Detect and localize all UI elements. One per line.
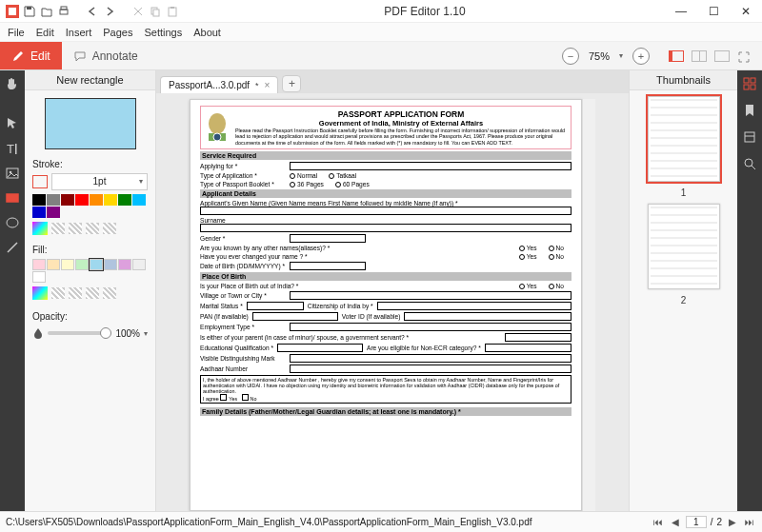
search-tab-icon[interactable] <box>742 156 757 171</box>
fill-color-swatch[interactable] <box>132 259 146 270</box>
page-prev-button[interactable]: ◀ <box>669 517 682 527</box>
fill-color-swatch[interactable] <box>118 259 131 270</box>
fill-none[interactable] <box>51 287 65 299</box>
pan-field[interactable] <box>252 312 338 321</box>
fill-color-swatch[interactable] <box>32 259 46 270</box>
fill-custom-color[interactable] <box>32 286 48 300</box>
menu-pages[interactable]: Pages <box>103 27 132 38</box>
agree-yes-checkbox[interactable] <box>220 394 227 401</box>
paste-icon[interactable] <box>166 5 179 18</box>
zoom-in-button[interactable]: + <box>632 48 650 65</box>
ellipse-tool-icon[interactable] <box>5 215 20 230</box>
view-two-page-button[interactable] <box>692 50 707 62</box>
citizenship-field[interactable] <box>377 302 572 310</box>
gender-field[interactable] <box>290 234 366 243</box>
stroke-color-swatch[interactable] <box>132 194 146 206</box>
radio-normal[interactable]: Normal <box>290 172 317 179</box>
dist-mark-field[interactable] <box>290 354 572 363</box>
zoom-dropdown-icon[interactable]: ▾ <box>619 51 623 60</box>
voter-field[interactable] <box>404 312 572 321</box>
copy-icon[interactable] <box>149 5 162 18</box>
view-continuous-button[interactable] <box>714 50 730 62</box>
new-tab-button[interactable]: + <box>282 75 301 92</box>
page-first-button[interactable]: ⏮ <box>652 517 665 527</box>
line-tool-icon[interactable] <box>5 240 20 255</box>
changed-name-yes[interactable]: Yes <box>519 253 537 260</box>
text-tool-icon[interactable]: T <box>5 141 20 156</box>
surname-field[interactable] <box>200 224 572 232</box>
tab-close-icon[interactable]: × <box>265 80 271 90</box>
aliases-no[interactable]: No <box>549 245 564 251</box>
menu-file[interactable]: File <box>8 27 25 38</box>
page-last-button[interactable]: ⏭ <box>743 517 756 527</box>
edu-field[interactable] <box>277 344 363 352</box>
thumbnail-page-2[interactable] <box>648 204 720 289</box>
bookmarks-tab-icon[interactable] <box>742 103 757 118</box>
attachments-tab-icon[interactable] <box>742 129 757 145</box>
zoom-out-button[interactable]: − <box>562 48 579 65</box>
radio-60pages[interactable]: 60 Pages <box>335 181 370 187</box>
vertical-scrollbar[interactable] <box>582 99 595 511</box>
close-button[interactable]: ✕ <box>730 0 762 23</box>
page-number-input[interactable]: 1 <box>686 516 707 528</box>
stroke-color-swatch[interactable] <box>32 207 46 218</box>
radio-36pages[interactable]: 36 Pages <box>290 181 324 187</box>
undo-icon[interactable] <box>86 5 99 18</box>
stroke-custom-color[interactable] <box>32 222 48 235</box>
fill-color-swatch[interactable] <box>90 259 103 270</box>
menu-settings[interactable]: Settings <box>144 27 182 38</box>
cut-icon[interactable] <box>131 5 145 18</box>
given-name-field[interactable] <box>200 207 572 215</box>
fill-color-swatch[interactable] <box>75 259 89 270</box>
non-ecr-field[interactable] <box>485 344 572 352</box>
parent-gov-field[interactable] <box>505 333 572 342</box>
stroke-width-select[interactable]: 1pt <box>51 173 148 190</box>
village-field[interactable] <box>290 291 572 300</box>
page-next-button[interactable]: ▶ <box>726 517 739 527</box>
open-icon[interactable] <box>40 5 53 18</box>
menu-about[interactable]: About <box>193 27 221 38</box>
mode-annotate[interactable]: Annotate <box>62 42 150 69</box>
fill-color-swatch[interactable] <box>47 259 60 270</box>
redo-icon[interactable] <box>103 5 116 18</box>
minimize-button[interactable]: — <box>665 0 697 23</box>
applying-for-field[interactable] <box>290 162 572 170</box>
opacity-slider[interactable] <box>48 331 111 335</box>
pob-out-yes[interactable]: Yes <box>519 283 537 289</box>
stroke-color-swatch[interactable] <box>118 194 131 206</box>
stroke-color-swatch[interactable] <box>75 194 89 206</box>
menu-edit[interactable]: Edit <box>36 27 54 38</box>
menu-insert[interactable]: Insert <box>66 27 92 38</box>
mode-edit[interactable]: Edit <box>0 42 62 69</box>
pob-out-no[interactable]: No <box>549 283 564 289</box>
fullscreen-icon[interactable] <box>737 50 752 62</box>
employment-field[interactable] <box>290 323 572 331</box>
stroke-color-swatch[interactable] <box>90 194 103 206</box>
aliases-yes[interactable]: Yes <box>519 245 537 251</box>
fill-color-swatch[interactable] <box>104 259 117 270</box>
changed-name-no[interactable]: No <box>549 253 564 260</box>
rectangle-tool-icon[interactable] <box>5 190 20 206</box>
stroke-color-swatch[interactable] <box>32 194 46 206</box>
marital-field[interactable] <box>247 302 304 310</box>
radio-tatkaal[interactable]: Tatkaal <box>329 172 356 179</box>
print-icon[interactable] <box>57 5 70 18</box>
stroke-color-swatch[interactable] <box>47 194 60 206</box>
view-single-page-button[interactable] <box>669 50 684 62</box>
opacity-dropdown-icon[interactable]: ▾ <box>144 329 148 338</box>
agree-no-checkbox[interactable] <box>242 394 249 401</box>
aadhaar-field[interactable] <box>290 365 572 373</box>
thumbnail-page-1[interactable] <box>648 96 720 182</box>
maximize-button[interactable]: ☐ <box>697 0 730 23</box>
stroke-color-swatch[interactable] <box>47 207 60 218</box>
pdf-page[interactable]: PASSPORT APPLICATION FORM Government of … <box>190 99 582 511</box>
stroke-color-swatch[interactable] <box>32 175 48 188</box>
image-tool-icon[interactable] <box>5 166 20 181</box>
pointer-tool-icon[interactable] <box>5 116 20 131</box>
fill-color-swatch[interactable] <box>61 259 74 270</box>
stroke-none[interactable] <box>51 223 65 234</box>
save-icon[interactable] <box>23 5 36 18</box>
zoom-value[interactable]: 75% <box>589 50 610 62</box>
stroke-color-swatch[interactable] <box>61 194 74 206</box>
stroke-color-swatch[interactable] <box>104 194 117 206</box>
